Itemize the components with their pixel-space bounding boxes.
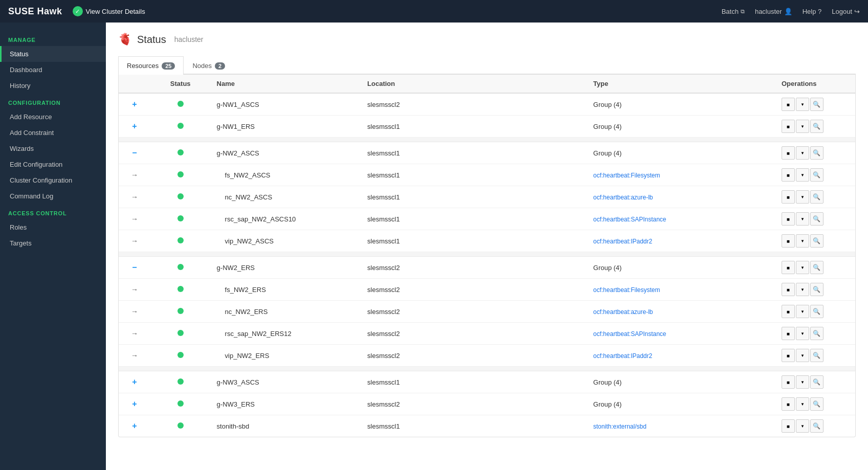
sidebar-item-history[interactable]: History [0, 78, 106, 94]
stop-button[interactable]: ■ [782, 419, 795, 433]
dropdown-button[interactable]: ▼ [796, 261, 809, 274]
detail-button[interactable]: 🔍 [810, 98, 824, 111]
row-expand-cell[interactable]: → [119, 279, 150, 301]
stop-button[interactable]: ■ [782, 305, 795, 318]
stop-button[interactable]: ■ [782, 98, 795, 111]
detail-button[interactable]: 🔍 [810, 283, 824, 296]
row-expand-cell[interactable]: → [119, 345, 150, 367]
expand-btn-plus[interactable]: + [130, 100, 139, 109]
expand-btn-plus[interactable]: + [130, 421, 139, 431]
stop-button[interactable]: ■ [782, 283, 795, 296]
tab-nodes[interactable]: Nodes 2 [184, 56, 234, 75]
expand-btn-arrow[interactable]: → [130, 285, 139, 294]
dropdown-button[interactable]: ▼ [796, 305, 809, 318]
dropdown-button[interactable]: ▼ [796, 146, 809, 160]
stop-button[interactable]: ■ [782, 212, 795, 226]
expand-btn-arrow[interactable]: → [130, 193, 139, 201]
detail-button[interactable]: 🔍 [810, 305, 824, 318]
sidebar-item-edit-configuration[interactable]: Edit Configuration [0, 156, 106, 172]
dropdown-button[interactable]: ▼ [796, 168, 809, 182]
dropdown-button[interactable]: ▼ [796, 98, 809, 111]
stop-button[interactable]: ■ [782, 234, 795, 248]
dropdown-button[interactable]: ▼ [796, 397, 809, 411]
row-expand-cell[interactable]: − [119, 257, 150, 279]
stop-button[interactable]: ■ [782, 349, 795, 362]
row-expand-cell[interactable]: + [119, 116, 150, 138]
type-link[interactable]: ocf:heartbeat:SAPInstance [593, 216, 666, 223]
dropdown-button[interactable]: ▼ [796, 349, 809, 362]
stop-button[interactable]: ■ [782, 375, 795, 389]
tab-resources[interactable]: Resources 25 [118, 56, 184, 75]
row-type-cell[interactable]: ocf:heartbeat:Filesystem [587, 279, 775, 301]
row-type-cell[interactable]: ocf:heartbeat:SAPInstance [587, 208, 775, 230]
row-type-cell[interactable]: ocf:heartbeat:Filesystem [587, 164, 775, 186]
expand-btn-plus[interactable]: + [130, 377, 139, 387]
detail-button[interactable]: 🔍 [810, 168, 824, 182]
type-link[interactable]: ocf:heartbeat:azure-lb [593, 194, 653, 201]
row-expand-cell[interactable]: → [119, 301, 150, 323]
row-type-cell[interactable]: stonith:external/sbd [587, 415, 775, 437]
row-expand-cell[interactable]: + [119, 371, 150, 393]
row-expand-cell[interactable]: → [119, 186, 150, 208]
expand-btn-plus[interactable]: + [130, 399, 139, 409]
detail-button[interactable]: 🔍 [810, 120, 824, 133]
type-link[interactable]: stonith:external/sbd [593, 423, 647, 430]
row-expand-cell[interactable]: → [119, 164, 150, 186]
stop-button[interactable]: ■ [782, 120, 795, 133]
row-expand-cell[interactable]: + [119, 93, 150, 116]
dropdown-button[interactable]: ▼ [796, 120, 809, 133]
dropdown-button[interactable]: ▼ [796, 375, 809, 389]
expand-btn-arrow[interactable]: → [130, 171, 139, 179]
expand-btn-arrow[interactable]: → [130, 329, 139, 338]
detail-button[interactable]: 🔍 [810, 349, 824, 362]
detail-button[interactable]: 🔍 [810, 146, 824, 160]
dropdown-button[interactable]: ▼ [796, 327, 809, 340]
expand-btn-arrow[interactable]: → [130, 351, 139, 360]
stop-button[interactable]: ■ [782, 327, 795, 340]
expand-btn-arrow[interactable]: → [130, 215, 139, 223]
row-type-cell[interactable]: ocf:heartbeat:azure-lb [587, 186, 775, 208]
detail-button[interactable]: 🔍 [810, 212, 824, 226]
dropdown-button[interactable]: ▼ [796, 283, 809, 296]
type-link[interactable]: ocf:heartbeat:azure-lb [593, 308, 653, 316]
dropdown-button[interactable]: ▼ [796, 190, 809, 204]
sidebar-item-wizards[interactable]: Wizards [0, 141, 106, 156]
sidebar-item-add-constraint[interactable]: Add Constraint [0, 125, 106, 141]
sidebar-item-dashboard[interactable]: Dashboard [0, 62, 106, 78]
type-link[interactable]: ocf:heartbeat:SAPInstance [593, 330, 666, 338]
detail-button[interactable]: 🔍 [810, 397, 824, 411]
batch-button[interactable]: Batch ⧉ [722, 8, 745, 15]
sidebar-item-targets[interactable]: Targets [0, 235, 106, 251]
stop-button[interactable]: ■ [782, 168, 795, 182]
stop-button[interactable]: ■ [782, 261, 795, 274]
sidebar-item-add-resource[interactable]: Add Resource [0, 109, 106, 125]
row-expand-cell[interactable]: → [119, 230, 150, 252]
cluster-user-button[interactable]: hacluster 👤 [755, 8, 792, 15]
dropdown-button[interactable]: ▼ [796, 212, 809, 226]
expand-btn-minus[interactable]: − [130, 263, 139, 272]
sidebar-item-roles[interactable]: Roles [0, 219, 106, 235]
expand-btn-arrow[interactable]: → [130, 307, 139, 316]
view-cluster-details[interactable]: ✓ View Cluster Details [73, 6, 145, 16]
row-expand-cell[interactable]: → [119, 208, 150, 230]
dropdown-button[interactable]: ▼ [796, 419, 809, 433]
row-expand-cell[interactable]: + [119, 415, 150, 437]
row-type-cell[interactable]: ocf:heartbeat:IPaddr2 [587, 230, 775, 252]
stop-button[interactable]: ■ [782, 397, 795, 411]
row-expand-cell[interactable]: − [119, 142, 150, 164]
dropdown-button[interactable]: ▼ [796, 234, 809, 248]
type-link[interactable]: ocf:heartbeat:Filesystem [593, 172, 660, 179]
row-expand-cell[interactable]: → [119, 323, 150, 345]
detail-button[interactable]: 🔍 [810, 190, 824, 204]
expand-btn-arrow[interactable]: → [130, 237, 139, 245]
row-type-cell[interactable]: ocf:heartbeat:SAPInstance [587, 323, 775, 345]
sidebar-item-cluster-configuration[interactable]: Cluster Configuration [0, 172, 106, 188]
stop-button[interactable]: ■ [782, 146, 795, 160]
type-link[interactable]: ocf:heartbeat:IPaddr2 [593, 238, 652, 245]
detail-button[interactable]: 🔍 [810, 261, 824, 274]
sidebar-item-status[interactable]: Status [0, 46, 106, 62]
detail-button[interactable]: 🔍 [810, 234, 824, 248]
expand-btn-plus[interactable]: + [130, 122, 139, 131]
stop-button[interactable]: ■ [782, 190, 795, 204]
detail-button[interactable]: 🔍 [810, 419, 824, 433]
